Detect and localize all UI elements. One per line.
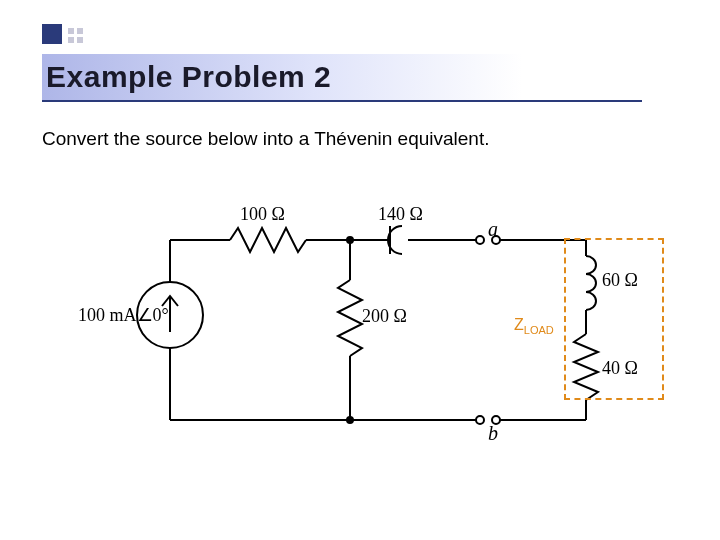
zload-label: ZLOAD: [514, 316, 554, 336]
accent-dots: [68, 28, 83, 43]
zload-sub: LOAD: [524, 324, 554, 336]
r-top-left-label: 100 Ω: [240, 204, 285, 225]
r-mid-label: 200 Ω: [362, 306, 407, 327]
svg-point-16: [492, 416, 500, 424]
zload-main: Z: [514, 316, 524, 333]
circuit-diagram: 100 mA∠0° 100 Ω 140 Ω 200 Ω a b: [110, 200, 610, 460]
svg-point-15: [492, 236, 500, 244]
load-branch: 60 Ω 40 Ω ZLOAD: [466, 200, 666, 460]
c-top-right-label: 140 Ω: [378, 204, 423, 225]
source-label: 100 mA∠0°: [78, 304, 169, 326]
zload-box: [564, 238, 664, 400]
title-bar: Example Problem 2: [42, 54, 642, 102]
accent-square: [42, 24, 62, 44]
slide-title: Example Problem 2: [46, 60, 331, 94]
problem-statement: Convert the source below into a Thévenin…: [42, 128, 489, 150]
